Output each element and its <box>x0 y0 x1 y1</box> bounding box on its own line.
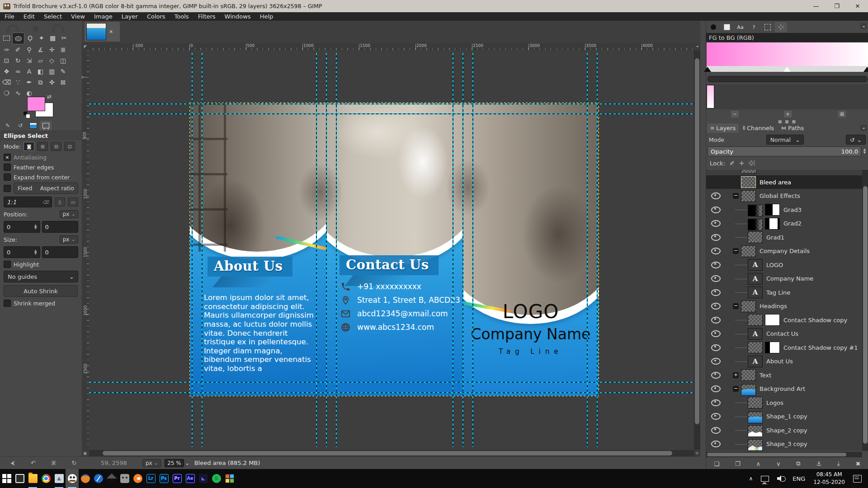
guide-vertical[interactable] <box>597 53 598 447</box>
shrink-merged-checkbox[interactable] <box>4 300 11 307</box>
layer-row[interactable]: Grad3 <box>706 203 862 216</box>
paintbrush-tool[interactable]: ✐ <box>12 44 24 55</box>
layer-name[interactable]: About Us <box>766 358 793 365</box>
taskbar-file-explorer[interactable] <box>26 469 39 488</box>
canvas-vertical-scrollbar[interactable] <box>694 50 700 450</box>
dock-tab-patterns[interactable] <box>721 22 733 32</box>
raise-layer-button[interactable]: ∧ <box>756 460 761 467</box>
aspect-ratio-menu[interactable]: Aspect ratio <box>40 185 74 192</box>
visibility-eye-icon[interactable] <box>711 372 721 379</box>
visibility-eye-icon[interactable] <box>711 413 721 420</box>
taskbar-wilber-app[interactable] <box>118 469 131 488</box>
layer-name[interactable]: Headings <box>760 303 787 310</box>
fixed-checkbox[interactable] <box>4 185 11 192</box>
layer-expander-icon[interactable]: − <box>733 303 739 309</box>
free-select-tool[interactable]: Ϙ <box>24 33 36 43</box>
gradient-handle-left[interactable] <box>704 67 711 72</box>
menu-select[interactable]: Select <box>39 12 66 21</box>
mode-subtract-button[interactable]: ⊟ <box>51 142 61 151</box>
layer-row[interactable]: −Headings <box>706 300 862 313</box>
position-x-spinner[interactable]: 0 ▲▼ <box>4 221 40 233</box>
lock-alpha-icon[interactable] <box>749 160 755 166</box>
layer-mask-thumbnail[interactable] <box>765 204 780 216</box>
gradient-handle-mid[interactable] <box>783 67 791 72</box>
expand-from-center-checkbox[interactable] <box>4 174 11 181</box>
layer-thumbnail[interactable] <box>748 314 763 326</box>
menu-filters[interactable]: Filters <box>193 12 220 21</box>
airbrush-tool[interactable]: ∵ <box>12 77 24 88</box>
visibility-eye-icon[interactable] <box>711 220 721 227</box>
gradient-tool[interactable]: ▥ <box>46 66 57 77</box>
visibility-eye-icon[interactable] <box>711 427 721 434</box>
layer-thumbnail[interactable] <box>748 205 763 216</box>
menu-windows[interactable]: Windows <box>220 12 255 21</box>
smudge-tool[interactable]: ∿ <box>12 88 24 99</box>
layer-row[interactable]: Contact Shadow copy #1 <box>706 341 862 354</box>
layer-row[interactable]: ALOGO <box>706 258 862 272</box>
visibility-eye-icon[interactable] <box>711 344 721 351</box>
taskbar-spotify[interactable]: ☰ <box>210 469 223 488</box>
guide-horizontal[interactable] <box>89 382 694 383</box>
menu-colors[interactable]: Colors <box>142 12 170 21</box>
layer-row[interactable]: Shape_2 copy <box>706 423 862 437</box>
move-tool[interactable]: ✛ <box>46 44 57 55</box>
layer-name[interactable]: Shape_1 copy <box>766 413 807 420</box>
layer-thumbnail[interactable] <box>748 425 763 437</box>
delete-layer-button[interactable]: ✖ <box>856 460 861 467</box>
taskbar-photos[interactable]: ▲ <box>52 469 66 488</box>
layer-name[interactable]: Contact Shadow copy #1 <box>783 344 858 351</box>
layer-name[interactable]: Company Name <box>766 275 813 282</box>
layer-thumbnail[interactable]: A <box>748 328 763 340</box>
hidden-icons-chevron[interactable]: ∧ <box>749 475 753 482</box>
taskbar-start[interactable] <box>0 469 13 488</box>
menu-view[interactable]: View <box>66 12 90 21</box>
chevron-down-icon[interactable]: ⌄ <box>185 460 190 466</box>
visibility-eye-icon[interactable] <box>711 206 721 213</box>
dock-tab-tool-options[interactable]: ✎ <box>2 121 14 131</box>
visibility-eye-icon[interactable] <box>711 317 721 324</box>
gradient-handle-right[interactable] <box>863 67 868 72</box>
canvas-viewport[interactable]: About Us Lorem ipsum dolor sit amet, con… <box>89 50 694 450</box>
visibility-eye-icon[interactable] <box>711 303 721 310</box>
layer-thumbnail[interactable] <box>748 342 763 353</box>
blend-space-reset[interactable]: ↺ ⌄ <box>846 135 866 145</box>
fixed-group[interactable]: Fixed Aspect ratio <box>14 183 78 194</box>
duplicate-layer-button[interactable]: ⧉ <box>796 460 800 467</box>
visibility-eye-icon[interactable] <box>711 441 721 447</box>
layer-row[interactable]: ACompany Name <box>706 272 862 286</box>
position-unit-dropdown[interactable]: px ⌄ <box>60 210 78 218</box>
antialiasing-checkbox[interactable]: ✕ <box>4 154 11 161</box>
layer-expander-icon[interactable]: + <box>733 372 739 378</box>
brochure-image[interactable]: About Us Lorem ipsum dolor sit amet, con… <box>189 103 599 396</box>
pencil-tool[interactable]: ✎ <box>57 66 69 77</box>
image-tab[interactable]: ✕ <box>85 22 120 42</box>
guide-vertical[interactable] <box>336 53 337 447</box>
layer-expander-icon[interactable]: − <box>733 248 739 254</box>
layer-row[interactable]: −Company Details <box>706 244 862 258</box>
layer-row[interactable]: Grad2 <box>706 217 862 230</box>
scissors-select-tool[interactable]: ✂ <box>58 33 70 43</box>
lock-position-icon[interactable]: ✛ <box>739 160 744 167</box>
guide-vertical[interactable] <box>472 53 473 447</box>
tab-channels[interactable]: ⫴Channels <box>740 123 777 133</box>
spin-arrows-icon[interactable]: ▲▼ <box>34 249 37 255</box>
handle-transform-tool[interactable]: ❖ <box>1 66 12 77</box>
highlight-checkbox[interactable] <box>4 261 11 268</box>
gradient-handles[interactable] <box>707 66 868 72</box>
layer-mask-thumbnail[interactable] <box>765 218 780 230</box>
menu-layer[interactable]: Layer <box>117 12 142 21</box>
menu-tools[interactable]: Tools <box>170 12 193 21</box>
quick-mask-toggle[interactable]: ▣ <box>82 450 88 456</box>
navigation-preview-button[interactable]: ✛ <box>694 450 700 456</box>
visibility-eye-icon[interactable] <box>711 399 721 406</box>
zoom-image-icon[interactable]: ◂ <box>694 43 700 49</box>
perspective-tool[interactable]: ◇ <box>46 55 57 66</box>
guide-vertical[interactable] <box>326 53 327 447</box>
visibility-eye-icon[interactable] <box>711 192 721 199</box>
anchor-layer-button[interactable]: ⚓ <box>816 460 821 467</box>
layer-thumbnail[interactable]: A <box>748 286 763 298</box>
guides-dropdown[interactable]: No guides ⌄ <box>4 271 78 282</box>
visibility-eye-icon[interactable] <box>711 358 721 365</box>
measure-tool[interactable]: ∡ <box>35 44 46 55</box>
close-image-icon[interactable]: ✕ <box>109 29 113 35</box>
